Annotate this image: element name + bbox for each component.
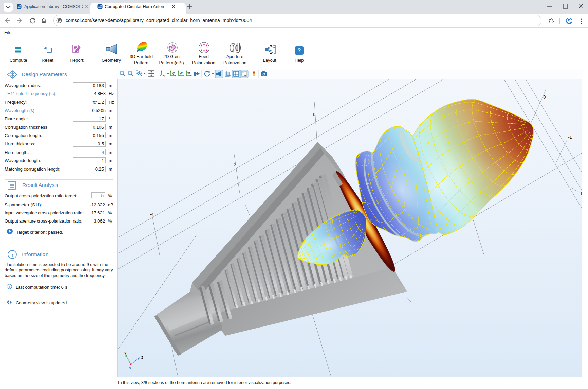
svg-text:i: i <box>9 285 10 289</box>
svg-text:y: y <box>124 350 126 355</box>
svg-text:yz: yz <box>180 71 183 75</box>
svg-text:?: ? <box>298 48 301 53</box>
svg-text:z: z <box>141 355 143 360</box>
svg-text:i: i <box>12 251 13 258</box>
svg-text:xy: xy <box>172 71 175 75</box>
svg-text:xz: xz <box>187 71 191 75</box>
svg-text:-1: -1 <box>568 135 572 140</box>
svg-text:0: 0 <box>313 112 315 117</box>
svg-text:0: 0 <box>544 95 546 100</box>
svg-text:-4: -4 <box>150 212 153 217</box>
svg-text:x: x <box>129 366 131 370</box>
svg-text:-2: -2 <box>233 162 236 167</box>
